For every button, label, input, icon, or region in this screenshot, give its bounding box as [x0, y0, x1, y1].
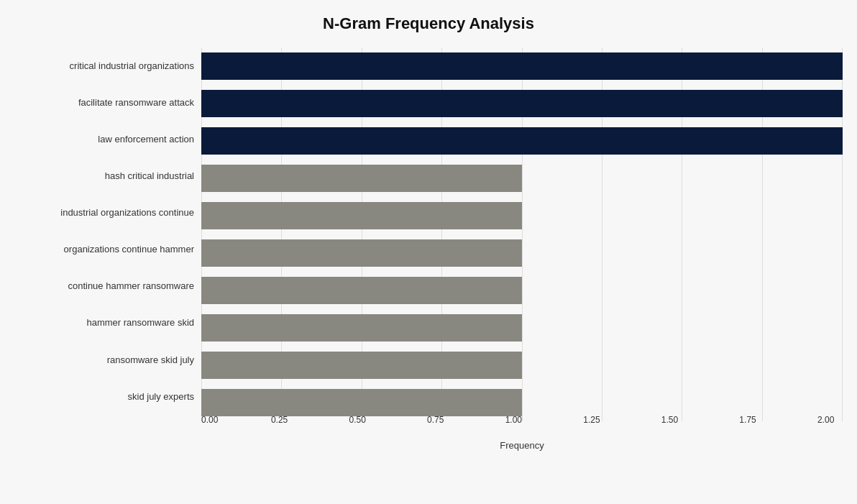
bar-facilitate-ransomware-attack [201, 90, 843, 117]
y-label: skid july experts [128, 378, 194, 415]
bar-row [201, 197, 843, 234]
bar-row [201, 347, 843, 384]
x-tick: 2.00 [817, 415, 834, 425]
x-tick: 1.00 [505, 415, 522, 425]
x-axis: 0.000.250.500.751.001.251.501.752.00Freq… [201, 415, 843, 436]
bar-hammer-ransomware-skid [201, 314, 522, 342]
bar-row [201, 47, 843, 85]
y-label: hammer ransomware skid [86, 305, 194, 342]
x-tick: 0.50 [349, 415, 365, 425]
x-tick: 1.25 [583, 415, 600, 425]
y-label: critical industrial organizations [70, 47, 194, 84]
bar-row [201, 160, 843, 197]
bar-row [201, 234, 843, 272]
y-label: ransomware skid july [107, 342, 194, 378]
bar-critical-industrial-organizations [201, 52, 843, 80]
x-tick: 0.25 [271, 415, 288, 425]
chart-container: N-Gram Frequency Analysis critical indus… [0, 0, 857, 504]
y-label: organizations continue hammer [64, 231, 194, 267]
bar-industrial-organizations-continue [201, 202, 522, 229]
bar-continue-hammer-ransomware [201, 277, 522, 304]
x-tick: 1.75 [739, 415, 756, 425]
x-axis-label: Frequency [500, 440, 544, 451]
y-axis: critical industrial organizationsfacilit… [14, 47, 201, 436]
bars-container [201, 47, 843, 443]
plot-area: 0.000.250.500.751.001.251.501.752.00Freq… [201, 47, 843, 436]
bar-row [201, 309, 843, 347]
bar-skid-july-experts [201, 389, 522, 416]
y-label: industrial organizations continue [60, 194, 194, 231]
bar-ransomware-skid-july [201, 352, 522, 379]
y-label: law enforcement action [98, 121, 194, 157]
bar-row [201, 272, 843, 309]
bar-organizations-continue-hammer [201, 239, 522, 267]
bar-row [201, 122, 843, 160]
bar-row [201, 85, 843, 122]
x-tick: 1.50 [661, 415, 678, 425]
bar-hash-critical-industrial [201, 165, 522, 192]
bar-law-enforcement-action [201, 127, 843, 155]
y-label: hash critical industrial [105, 157, 194, 194]
y-label: facilitate ransomware attack [78, 84, 194, 121]
x-tick: 0.75 [427, 415, 444, 425]
chart-area: critical industrial organizationsfacilit… [14, 47, 843, 436]
chart-title: N-Gram Frequency Analysis [14, 14, 843, 33]
x-tick: 0.00 [201, 415, 218, 425]
y-label: continue hammer ransomware [68, 268, 194, 305]
